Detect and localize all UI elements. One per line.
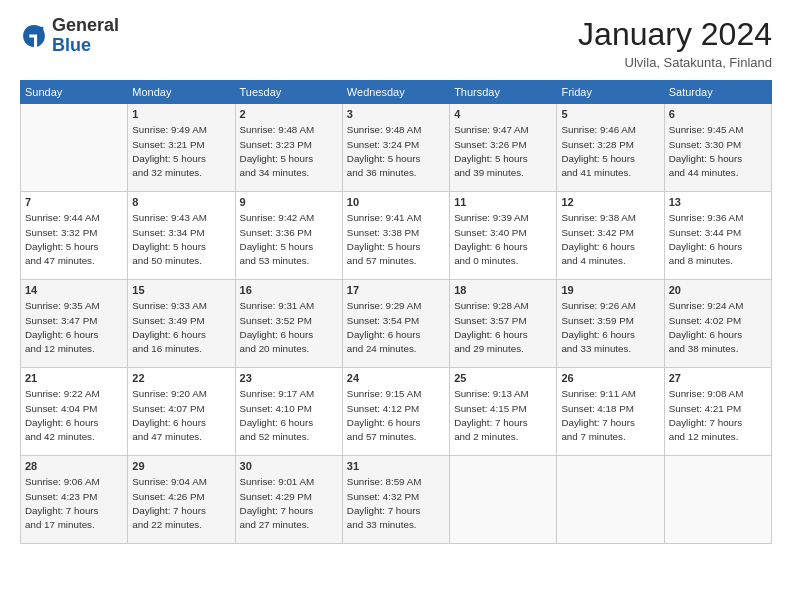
day-number: 2 <box>240 107 338 122</box>
day-number: 6 <box>669 107 767 122</box>
day-number: 1 <box>132 107 230 122</box>
day-cell: 3Sunrise: 9:48 AM Sunset: 3:24 PM Daylig… <box>342 104 449 192</box>
day-cell: 21Sunrise: 9:22 AM Sunset: 4:04 PM Dayli… <box>21 368 128 456</box>
day-info: Sunrise: 9:20 AM Sunset: 4:07 PM Dayligh… <box>132 387 230 444</box>
day-info: Sunrise: 9:13 AM Sunset: 4:15 PM Dayligh… <box>454 387 552 444</box>
day-cell: 19Sunrise: 9:26 AM Sunset: 3:59 PM Dayli… <box>557 280 664 368</box>
day-info: Sunrise: 9:43 AM Sunset: 3:34 PM Dayligh… <box>132 211 230 268</box>
day-number: 14 <box>25 283 123 298</box>
day-cell: 11Sunrise: 9:39 AM Sunset: 3:40 PM Dayli… <box>450 192 557 280</box>
page: General Blue January 2024 Ulvila, Sataku… <box>0 0 792 612</box>
day-info: Sunrise: 9:08 AM Sunset: 4:21 PM Dayligh… <box>669 387 767 444</box>
day-info: Sunrise: 9:17 AM Sunset: 4:10 PM Dayligh… <box>240 387 338 444</box>
col-friday: Friday <box>557 81 664 104</box>
day-cell: 24Sunrise: 9:15 AM Sunset: 4:12 PM Dayli… <box>342 368 449 456</box>
day-info: Sunrise: 9:42 AM Sunset: 3:36 PM Dayligh… <box>240 211 338 268</box>
day-number: 30 <box>240 459 338 474</box>
day-cell <box>664 456 771 544</box>
day-cell: 27Sunrise: 9:08 AM Sunset: 4:21 PM Dayli… <box>664 368 771 456</box>
day-number: 4 <box>454 107 552 122</box>
day-info: Sunrise: 9:04 AM Sunset: 4:26 PM Dayligh… <box>132 475 230 532</box>
day-info: Sunrise: 9:15 AM Sunset: 4:12 PM Dayligh… <box>347 387 445 444</box>
day-info: Sunrise: 9:06 AM Sunset: 4:23 PM Dayligh… <box>25 475 123 532</box>
day-cell: 28Sunrise: 9:06 AM Sunset: 4:23 PM Dayli… <box>21 456 128 544</box>
day-number: 5 <box>561 107 659 122</box>
day-number: 11 <box>454 195 552 210</box>
subtitle: Ulvila, Satakunta, Finland <box>578 55 772 70</box>
col-thursday: Thursday <box>450 81 557 104</box>
day-cell: 8Sunrise: 9:43 AM Sunset: 3:34 PM Daylig… <box>128 192 235 280</box>
day-cell: 31Sunrise: 8:59 AM Sunset: 4:32 PM Dayli… <box>342 456 449 544</box>
header-row: Sunday Monday Tuesday Wednesday Thursday… <box>21 81 772 104</box>
day-number: 23 <box>240 371 338 386</box>
day-cell: 30Sunrise: 9:01 AM Sunset: 4:29 PM Dayli… <box>235 456 342 544</box>
col-monday: Monday <box>128 81 235 104</box>
day-cell: 25Sunrise: 9:13 AM Sunset: 4:15 PM Dayli… <box>450 368 557 456</box>
day-number: 10 <box>347 195 445 210</box>
day-cell: 12Sunrise: 9:38 AM Sunset: 3:42 PM Dayli… <box>557 192 664 280</box>
day-cell: 22Sunrise: 9:20 AM Sunset: 4:07 PM Dayli… <box>128 368 235 456</box>
day-cell <box>557 456 664 544</box>
col-saturday: Saturday <box>664 81 771 104</box>
day-info: Sunrise: 9:46 AM Sunset: 3:28 PM Dayligh… <box>561 123 659 180</box>
day-cell <box>450 456 557 544</box>
day-number: 20 <box>669 283 767 298</box>
day-info: Sunrise: 9:24 AM Sunset: 4:02 PM Dayligh… <box>669 299 767 356</box>
day-cell: 13Sunrise: 9:36 AM Sunset: 3:44 PM Dayli… <box>664 192 771 280</box>
day-number: 17 <box>347 283 445 298</box>
day-number: 24 <box>347 371 445 386</box>
week-row-3: 14Sunrise: 9:35 AM Sunset: 3:47 PM Dayli… <box>21 280 772 368</box>
week-row-1: 1Sunrise: 9:49 AM Sunset: 3:21 PM Daylig… <box>21 104 772 192</box>
day-info: Sunrise: 9:38 AM Sunset: 3:42 PM Dayligh… <box>561 211 659 268</box>
day-info: Sunrise: 9:11 AM Sunset: 4:18 PM Dayligh… <box>561 387 659 444</box>
logo-blue: Blue <box>52 35 91 55</box>
day-info: Sunrise: 9:44 AM Sunset: 3:32 PM Dayligh… <box>25 211 123 268</box>
day-number: 3 <box>347 107 445 122</box>
logo-text: General Blue <box>52 16 119 56</box>
day-info: Sunrise: 9:47 AM Sunset: 3:26 PM Dayligh… <box>454 123 552 180</box>
logo: General Blue <box>20 16 119 56</box>
day-number: 21 <box>25 371 123 386</box>
col-sunday: Sunday <box>21 81 128 104</box>
day-info: Sunrise: 9:48 AM Sunset: 3:23 PM Dayligh… <box>240 123 338 180</box>
day-cell: 16Sunrise: 9:31 AM Sunset: 3:52 PM Dayli… <box>235 280 342 368</box>
day-info: Sunrise: 9:48 AM Sunset: 3:24 PM Dayligh… <box>347 123 445 180</box>
day-number: 27 <box>669 371 767 386</box>
day-cell: 17Sunrise: 9:29 AM Sunset: 3:54 PM Dayli… <box>342 280 449 368</box>
title-block: January 2024 Ulvila, Satakunta, Finland <box>578 16 772 70</box>
day-cell: 29Sunrise: 9:04 AM Sunset: 4:26 PM Dayli… <box>128 456 235 544</box>
day-info: Sunrise: 9:39 AM Sunset: 3:40 PM Dayligh… <box>454 211 552 268</box>
day-cell: 18Sunrise: 9:28 AM Sunset: 3:57 PM Dayli… <box>450 280 557 368</box>
logo-general: General <box>52 15 119 35</box>
day-number: 8 <box>132 195 230 210</box>
day-cell: 1Sunrise: 9:49 AM Sunset: 3:21 PM Daylig… <box>128 104 235 192</box>
week-row-2: 7Sunrise: 9:44 AM Sunset: 3:32 PM Daylig… <box>21 192 772 280</box>
day-number: 22 <box>132 371 230 386</box>
day-number: 13 <box>669 195 767 210</box>
col-tuesday: Tuesday <box>235 81 342 104</box>
day-cell: 9Sunrise: 9:42 AM Sunset: 3:36 PM Daylig… <box>235 192 342 280</box>
day-number: 31 <box>347 459 445 474</box>
calendar-table: Sunday Monday Tuesday Wednesday Thursday… <box>20 80 772 544</box>
day-number: 25 <box>454 371 552 386</box>
day-info: Sunrise: 9:45 AM Sunset: 3:30 PM Dayligh… <box>669 123 767 180</box>
day-cell: 10Sunrise: 9:41 AM Sunset: 3:38 PM Dayli… <box>342 192 449 280</box>
day-number: 15 <box>132 283 230 298</box>
header: General Blue January 2024 Ulvila, Sataku… <box>20 16 772 70</box>
day-cell <box>21 104 128 192</box>
day-info: Sunrise: 9:01 AM Sunset: 4:29 PM Dayligh… <box>240 475 338 532</box>
day-number: 7 <box>25 195 123 210</box>
day-info: Sunrise: 9:26 AM Sunset: 3:59 PM Dayligh… <box>561 299 659 356</box>
day-cell: 6Sunrise: 9:45 AM Sunset: 3:30 PM Daylig… <box>664 104 771 192</box>
day-cell: 2Sunrise: 9:48 AM Sunset: 3:23 PM Daylig… <box>235 104 342 192</box>
day-info: Sunrise: 9:36 AM Sunset: 3:44 PM Dayligh… <box>669 211 767 268</box>
day-number: 12 <box>561 195 659 210</box>
day-number: 26 <box>561 371 659 386</box>
day-cell: 20Sunrise: 9:24 AM Sunset: 4:02 PM Dayli… <box>664 280 771 368</box>
col-wednesday: Wednesday <box>342 81 449 104</box>
day-info: Sunrise: 9:28 AM Sunset: 3:57 PM Dayligh… <box>454 299 552 356</box>
day-number: 29 <box>132 459 230 474</box>
day-number: 19 <box>561 283 659 298</box>
day-cell: 4Sunrise: 9:47 AM Sunset: 3:26 PM Daylig… <box>450 104 557 192</box>
week-row-5: 28Sunrise: 9:06 AM Sunset: 4:23 PM Dayli… <box>21 456 772 544</box>
